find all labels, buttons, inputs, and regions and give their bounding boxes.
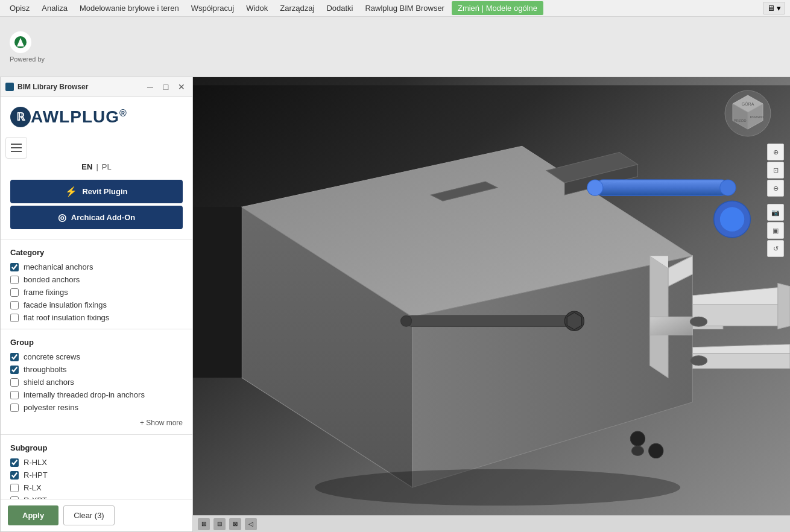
hamburger-menu-button[interactable]	[5, 137, 27, 159]
rawlplug-logo-wrapper: ℝ AWLPLUG®	[1, 97, 192, 132]
category-frame-fixings[interactable]: frame fixings	[10, 286, 183, 299]
svg-rect-29	[595, 180, 729, 195]
svg-point-22	[690, 317, 707, 326]
view-cube[interactable]: GÓRA PRAWO PRZÓD	[724, 89, 772, 138]
category-facade-insulation-fixings[interactable]: facade insulation fixings	[10, 299, 183, 311]
menu-analiza[interactable]: Analiza	[37, 1, 72, 15]
view-button[interactable]: ▣	[767, 222, 784, 239]
subgroup-title: Subgroup	[10, 443, 183, 452]
bim-library-panel: BIM Library Browser ─ □ ✕ ℝ AWLPLUG®	[0, 77, 193, 532]
hamburger-line-3	[11, 151, 22, 152]
minimize-button[interactable]: ─	[144, 81, 156, 93]
category-facade-insulation-fixings-label: facade insulation fixings	[24, 300, 107, 309]
logo-icon	[10, 31, 31, 53]
clear-button[interactable]: Clear (3)	[63, 505, 115, 525]
menu-dodatki[interactable]: Dodatki	[321, 1, 358, 15]
viewport-icon-4[interactable]: ◁	[245, 518, 257, 530]
panel-controls: ─ □ ✕	[144, 81, 188, 93]
menu-modelowanie[interactable]: Modelowanie bryłowe i teren	[75, 1, 184, 15]
category-flat-roof-insulation-fixings-checkbox[interactable]	[10, 314, 19, 322]
divider-3	[1, 434, 192, 435]
group-throughbolts-label: throughbolts	[24, 365, 67, 374]
chevron-down-icon: ▾	[777, 4, 781, 13]
menu-zarzadzaj[interactable]: Zarządzaj	[275, 1, 319, 15]
menu-opisz[interactable]: Opisz	[5, 1, 34, 15]
group-throughbolts[interactable]: throughbolts	[10, 363, 183, 376]
powered-by-logo: Powered by	[10, 31, 45, 63]
close-button[interactable]: ✕	[175, 81, 188, 93]
subgroup-section: Subgroup R-HLX R-HPT R-LX R-XPT	[1, 437, 192, 499]
group-concrete-screws-checkbox[interactable]	[10, 353, 19, 361]
reset-button[interactable]: ↺	[767, 240, 784, 257]
subgroup-r-hlx-label: R-HLX	[24, 458, 47, 467]
viewport-icon-1[interactable]: ⊞	[198, 518, 210, 530]
3d-viewport[interactable]: GÓRA PRAWO PRZÓD ⊕ ⊡ ⊖ 📷 ▣ ↺ ⊞ ⊟ ⊠ ◁	[193, 77, 790, 532]
toolbar-separator	[767, 198, 784, 203]
panel-footer: Apply Clear (3)	[1, 499, 192, 531]
group-shield-anchors-checkbox[interactable]	[10, 378, 19, 387]
subgroup-r-xpt[interactable]: R-XPT	[10, 494, 183, 499]
group-polyester-resins[interactable]: polyester resins	[10, 401, 183, 414]
subgroup-r-hpt[interactable]: R-HPT	[10, 469, 183, 481]
language-selector: EN | PL	[1, 159, 192, 177]
archicad-addon-label: Archicad Add-On	[71, 213, 135, 222]
lang-pl[interactable]: PL	[102, 162, 112, 171]
group-internally-threaded-checkbox[interactable]	[10, 391, 19, 399]
svg-marker-19	[778, 283, 790, 329]
right-toolbar: ⊕ ⊡ ⊖ 📷 ▣ ↺	[767, 144, 784, 257]
svg-point-23	[690, 356, 707, 366]
category-mechanical-anchors-checkbox[interactable]	[10, 263, 19, 271]
group-shield-anchors[interactable]: shield anchors	[10, 376, 183, 388]
category-frame-fixings-checkbox[interactable]	[10, 288, 19, 297]
archicad-addon-button[interactable]: ◎ Archicad Add-On	[10, 206, 183, 229]
svg-marker-6	[193, 207, 242, 378]
show-more-button[interactable]: + Show more	[1, 416, 192, 432]
svg-text:GÓRA: GÓRA	[742, 101, 754, 106]
menu-active-models[interactable]: Zmień | Modele ogólne	[452, 1, 543, 15]
maximize-button[interactable]: □	[160, 81, 172, 93]
subgroup-r-hlx[interactable]: R-HLX	[10, 456, 183, 469]
panel-content: ℝ AWLPLUG® EN | PL ⚡ Revit Plugin	[1, 97, 192, 499]
menu-rawlplug[interactable]: Rawlplug BIM Browser	[360, 1, 449, 15]
powered-by-text: Powered by	[10, 55, 45, 63]
group-shield-anchors-label: shield anchors	[24, 378, 74, 387]
category-section: Category mechanical anchors bonded ancho…	[1, 242, 192, 326]
viewport-icon-2[interactable]: ⊟	[213, 518, 226, 530]
group-throughbolts-checkbox[interactable]	[10, 366, 19, 374]
svg-marker-14	[650, 317, 693, 335]
category-frame-fixings-label: frame fixings	[24, 288, 68, 297]
lang-divider: |	[96, 162, 98, 171]
category-bonded-anchors-checkbox[interactable]	[10, 276, 19, 284]
revit-plugin-label: Revit Plugin	[82, 187, 127, 196]
zoom-extent-button[interactable]: ⊡	[767, 162, 784, 179]
apply-button[interactable]: Apply	[8, 505, 58, 525]
category-mechanical-anchors-label: mechanical anchors	[24, 262, 93, 271]
archicad-icon: ◎	[58, 212, 66, 223]
viewport-icon-3[interactable]: ⊠	[229, 518, 241, 530]
lang-en[interactable]: EN	[81, 162, 92, 171]
group-internally-threaded-drop-in[interactable]: internally threaded drop-in anchors	[10, 388, 183, 401]
menu-widok[interactable]: Widok	[241, 1, 273, 15]
revit-plugin-button[interactable]: ⚡ Revit Plugin	[10, 180, 183, 203]
group-concrete-screws[interactable]: concrete screws	[10, 350, 183, 363]
zoom-out-button[interactable]: ⊖	[767, 180, 784, 197]
menu-wspolpracuj[interactable]: Współpracuj	[186, 1, 239, 15]
subgroup-r-lx-checkbox[interactable]	[10, 484, 19, 492]
subgroup-r-hpt-checkbox[interactable]	[10, 471, 19, 480]
viewport-bottom-bar: ⊞ ⊟ ⊠ ◁	[193, 515, 790, 532]
category-bonded-anchors[interactable]: bonded anchors	[10, 273, 183, 286]
category-mechanical-anchors[interactable]: mechanical anchors	[10, 261, 183, 273]
menu-icon-btn[interactable]: 🖥 ▾	[763, 2, 785, 14]
svg-point-33	[720, 207, 744, 231]
group-internally-threaded-label: internally threaded drop-in anchors	[24, 390, 145, 399]
svg-rect-24	[406, 315, 577, 326]
group-section: Group concrete screws throughbolts shiel…	[1, 332, 192, 416]
main-layout: BIM Library Browser ─ □ ✕ ℝ AWLPLUG®	[0, 77, 790, 532]
category-facade-insulation-fixings-checkbox[interactable]	[10, 301, 19, 309]
subgroup-r-lx[interactable]: R-LX	[10, 481, 183, 494]
subgroup-r-hlx-checkbox[interactable]	[10, 458, 19, 467]
camera-button[interactable]: 📷	[767, 204, 784, 221]
group-polyester-resins-checkbox[interactable]	[10, 404, 19, 412]
zoom-in-button[interactable]: ⊕	[767, 144, 784, 160]
category-flat-roof-insulation-fixings[interactable]: flat roof insulation fixings	[10, 311, 183, 324]
